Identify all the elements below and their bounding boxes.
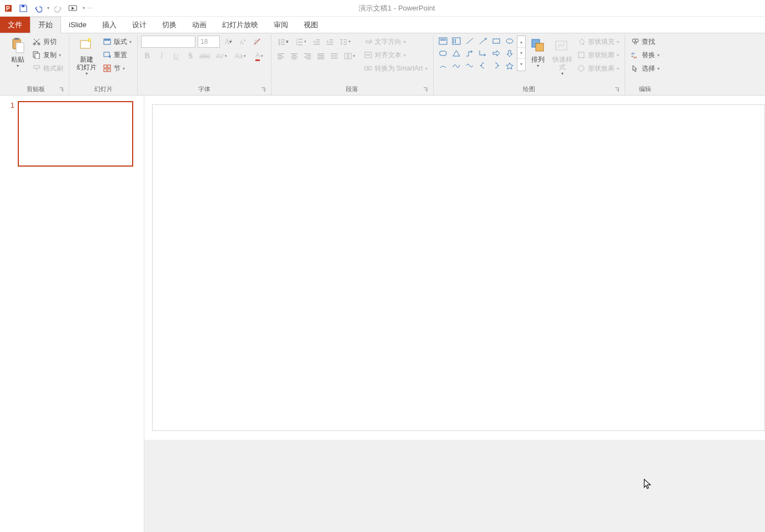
font-size-combo[interactable]: ▾ xyxy=(198,36,220,48)
tab-design[interactable]: 设计 xyxy=(124,17,154,33)
drawing-dialog-launcher[interactable] xyxy=(615,87,621,94)
tab-islide[interactable]: iSlide xyxy=(61,17,94,33)
shape-right-arrow-conn[interactable] xyxy=(464,48,476,59)
shape-triangle[interactable] xyxy=(450,48,462,59)
shapes-gallery[interactable]: ▴ ▾ ▾ xyxy=(437,36,526,71)
tab-view[interactable]: 视图 xyxy=(296,17,326,33)
shape-right-brace[interactable] xyxy=(490,60,502,71)
tab-animations[interactable]: 动画 xyxy=(184,17,214,33)
shape-arrow-line[interactable] xyxy=(477,36,489,47)
shadow-button[interactable]: S xyxy=(184,50,197,62)
qat-customize[interactable]: ⋯ xyxy=(88,2,93,15)
font-name-combo[interactable]: ▾ xyxy=(141,36,195,48)
section-button[interactable]: 节 ▾ xyxy=(100,62,134,74)
reset-button[interactable]: 重置 xyxy=(100,49,134,61)
char-spacing-button[interactable]: AV▾ xyxy=(213,50,230,62)
shape-vertical-textbox[interactable] xyxy=(450,36,462,47)
slide-thumbnail-panel[interactable]: 1 xyxy=(0,96,144,532)
clipboard-dialog-launcher[interactable] xyxy=(59,87,66,94)
tab-review[interactable]: 审阅 xyxy=(266,17,296,33)
reset-label: 重置 xyxy=(114,51,127,60)
shape-rounded-rect[interactable] xyxy=(437,48,449,59)
tab-home[interactable]: 开始 xyxy=(30,17,61,33)
svg-rect-25 xyxy=(281,42,285,43)
svg-rect-47 xyxy=(291,53,298,54)
shape-down-arrow[interactable] xyxy=(504,48,516,59)
tab-slideshow[interactable]: 幻灯片放映 xyxy=(214,17,266,33)
line-spacing-button[interactable]: ▾ xyxy=(337,36,354,48)
columns-button[interactable]: ▾ xyxy=(341,50,358,62)
quick-styles-button[interactable]: 快速样式 ▾ xyxy=(550,36,575,76)
convert-smartart-button[interactable]: 转换为 SmartArt ▾ xyxy=(361,62,430,74)
paragraph-dialog-launcher[interactable] xyxy=(423,87,430,94)
slide-thumbnail[interactable] xyxy=(18,101,133,167)
grow-font-button[interactable]: A▴ xyxy=(222,36,234,48)
clear-formatting-button[interactable]: A xyxy=(251,36,263,48)
gallery-down-icon[interactable]: ▾ xyxy=(517,47,525,58)
shape-curve[interactable] xyxy=(450,60,462,71)
italic-button[interactable]: I xyxy=(155,50,168,62)
shape-outline-button[interactable]: 形状轮廓 ▾ xyxy=(575,49,621,61)
arrange-label: 排列 xyxy=(531,56,545,63)
distribute-button[interactable] xyxy=(328,50,340,62)
save-button[interactable] xyxy=(17,2,30,15)
redo-button[interactable] xyxy=(52,2,66,15)
justify-button[interactable] xyxy=(315,50,327,62)
bold-button[interactable]: B xyxy=(141,50,153,62)
tab-file[interactable]: 文件 xyxy=(0,17,30,33)
shape-left-brace[interactable] xyxy=(477,60,489,71)
strikethrough-button[interactable]: abc xyxy=(199,50,211,62)
font-color-button[interactable]: A▾ xyxy=(251,50,268,62)
shrink-font-button[interactable]: A▾ xyxy=(236,36,249,48)
gallery-more-icon[interactable]: ▾ xyxy=(517,58,525,69)
text-direction-button[interactable]: ⟲A 文字方向 ▾ xyxy=(361,36,430,48)
svg-rect-59 xyxy=(331,53,338,54)
svg-rect-31 xyxy=(298,42,303,43)
shape-star[interactable] xyxy=(504,60,516,71)
font-dialog-launcher[interactable] xyxy=(261,87,268,94)
shape-oval[interactable] xyxy=(504,36,516,47)
replace-button[interactable]: abac 替换 ▾ xyxy=(628,49,662,61)
qat-dropdown[interactable]: ▾ xyxy=(81,2,87,15)
slide-thumbnail-1[interactable]: 1 xyxy=(8,101,136,167)
bullets-button[interactable]: ▾ xyxy=(275,36,291,48)
change-case-button[interactable]: Aa▾ xyxy=(232,50,249,62)
shape-rectangle[interactable] xyxy=(490,36,502,47)
replace-icon: abac xyxy=(631,51,640,59)
gallery-up-icon[interactable]: ▴ xyxy=(517,36,525,47)
cut-button[interactable]: 剪切 xyxy=(30,36,66,48)
shape-elbow-arrow[interactable] xyxy=(477,48,489,59)
copy-button[interactable]: 复制 ▾ xyxy=(30,49,66,61)
tab-transitions[interactable]: 切换 xyxy=(154,17,184,33)
arrange-button[interactable]: 排列 ▾ xyxy=(526,36,550,68)
start-from-beginning-button[interactable] xyxy=(67,2,80,15)
align-right-button[interactable] xyxy=(301,50,314,62)
tab-insert[interactable]: 插入 xyxy=(94,17,124,33)
format-painter-button[interactable]: 格式刷 xyxy=(30,62,66,74)
new-slide-button[interactable]: 新建 幻灯片 ▾ xyxy=(73,36,100,76)
align-left-button[interactable] xyxy=(275,50,287,62)
paste-button[interactable]: 粘贴 ▾ xyxy=(6,36,30,68)
ribbon: 粘贴 ▾ 剪切 复制 ▾ 格式刷 剪贴板 xyxy=(0,33,765,96)
shape-line[interactable] xyxy=(464,36,476,47)
shape-fill-button[interactable]: 形状填充 ▾ xyxy=(575,36,621,48)
undo-dropdown[interactable]: ▾ xyxy=(46,2,51,15)
shape-effects-button[interactable]: 形状效果 ▾ xyxy=(575,62,621,74)
select-button[interactable]: 选择 ▾ xyxy=(628,62,662,74)
decrease-indent-button[interactable] xyxy=(310,36,323,48)
slide-canvas[interactable] xyxy=(152,104,765,431)
undo-button[interactable] xyxy=(31,2,44,15)
svg-rect-39 xyxy=(327,44,333,45)
increase-indent-button[interactable] xyxy=(324,36,336,48)
shape-wave[interactable] xyxy=(464,60,476,71)
cut-label: 剪切 xyxy=(43,37,57,47)
underline-button[interactable]: U xyxy=(170,50,182,62)
shape-arc[interactable] xyxy=(437,60,449,71)
align-center-button[interactable] xyxy=(288,50,300,62)
shape-right-arrow[interactable] xyxy=(490,48,502,59)
shape-textbox[interactable] xyxy=(437,36,449,47)
align-text-button[interactable]: 对齐文本 ▾ xyxy=(361,49,430,61)
layout-button[interactable]: 版式 ▾ xyxy=(100,36,134,48)
numbering-button[interactable]: 123▾ xyxy=(293,36,309,48)
find-button[interactable]: 查找 xyxy=(628,36,662,48)
